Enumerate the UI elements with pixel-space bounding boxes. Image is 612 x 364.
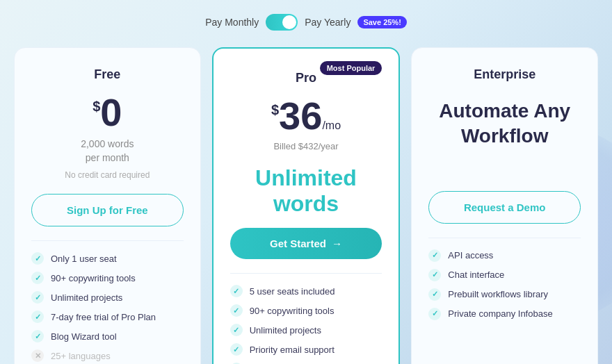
enterprise-headline: Automate Any Workflow	[428, 99, 581, 149]
list-item: ✓ Blog Wizard tool	[31, 330, 184, 342]
check-icon: ✓	[31, 311, 44, 323]
enterprise-headline-line1: Automate Any	[439, 100, 570, 122]
pro-price-amount: 36	[279, 94, 322, 138]
pro-unlimited-words: Unlimited words	[230, 165, 382, 217]
feature-label: Unlimited projects	[250, 325, 321, 336]
feature-label: Prebuilt workflows library	[448, 289, 548, 299]
feature-label: Chat interface	[448, 270, 504, 280]
list-item: ✓ API access	[428, 249, 581, 262]
pro-features-list: ✓ 5 user seats included ✓ 90+ copywritin…	[230, 285, 382, 364]
list-item: ✓ 90+ copywriting tools	[230, 304, 382, 317]
feature-label: Blog Wizard tool	[51, 331, 117, 342]
enterprise-plan-title: Enterprise	[428, 67, 581, 82]
check-icon: ✓	[31, 330, 44, 342]
pro-price-period: /mo	[322, 119, 341, 131]
free-no-credit: No credit card required	[31, 170, 184, 180]
enterprise-headline-line2: Workflow	[461, 125, 548, 147]
feature-label: Private company Infobase	[448, 308, 552, 319]
list-item: ✕ 25+ languages	[31, 349, 184, 362]
list-item: ✓ 7-day free trial of Pro Plan	[31, 311, 184, 323]
feature-label: Only 1 user seat	[51, 254, 117, 264]
list-item: ✓ Only 1 user seat	[31, 252, 184, 265]
enterprise-plan-card: Enterprise Automate Any Workflow Request…	[411, 47, 598, 364]
enterprise-divider	[428, 238, 581, 238]
list-item: ✓ Unlimited projects	[230, 324, 382, 336]
free-cta-button[interactable]: Sign Up for Free	[31, 194, 184, 226]
pro-divider	[230, 273, 382, 274]
most-popular-badge: Most Popular	[320, 61, 382, 75]
list-item: ✓ Private company Infobase	[428, 308, 581, 320]
check-icon: ✓	[31, 252, 44, 265]
enterprise-cta-button[interactable]: Request a Demo	[428, 191, 581, 224]
yearly-label: Pay Yearly	[305, 17, 351, 28]
free-plan-title: Free	[31, 67, 184, 82]
feature-label: 5 user seats included	[250, 286, 335, 297]
check-icon: ✓	[428, 308, 441, 320]
free-price-amount: 0	[100, 90, 122, 134]
free-price-container: $0	[31, 93, 184, 132]
free-plan-card: Free $0 2,000 words per month No credit …	[14, 47, 201, 364]
feature-label: API access	[448, 250, 493, 260]
feature-label: 90+ copywriting tools	[250, 306, 335, 316]
check-icon: ✓	[428, 269, 441, 281]
toggle-knob	[282, 15, 296, 29]
feature-label: 90+ copywriting tools	[51, 273, 136, 283]
pro-dollar-sign: $	[271, 102, 279, 118]
pro-cta-button[interactable]: Get Started →	[230, 228, 382, 259]
free-words-line2: per month	[31, 151, 184, 165]
check-icon: ✓	[428, 288, 441, 301]
list-item: ✓ Unlimited projects	[31, 291, 184, 304]
free-divider	[31, 240, 184, 241]
pro-cta-arrow: →	[332, 238, 342, 249]
pro-billed-note: Billed $432/year	[230, 141, 382, 151]
feature-label: Unlimited projects	[51, 292, 122, 303]
monthly-label: Pay Monthly	[205, 17, 259, 28]
check-icon: ✓	[428, 249, 441, 262]
feature-label: Priority email support	[250, 345, 335, 355]
check-icon: ✓	[230, 304, 243, 317]
free-features-list: ✓ Only 1 user seat ✓ 90+ copywriting too…	[31, 252, 184, 364]
check-icon: ✓	[230, 324, 243, 336]
enterprise-features-list: ✓ API access ✓ Chat interface ✓ Prebuilt…	[428, 249, 581, 320]
free-words-info: 2,000 words per month	[31, 138, 184, 165]
check-icon: ✓	[230, 343, 243, 356]
save-badge: Save 25%!	[357, 16, 406, 28]
pricing-cards: Free $0 2,000 words per month No credit …	[14, 47, 598, 364]
list-item: ✓ Chat interface	[428, 269, 581, 281]
feature-label: 7-day free trial of Pro Plan	[51, 312, 156, 322]
check-icon: ✓	[31, 291, 44, 304]
free-dollar-sign: $	[92, 99, 100, 115]
billing-toggle: Pay Monthly Pay Yearly Save 25%!	[205, 14, 407, 31]
check-icon: ✓	[31, 272, 44, 284]
list-item: ✓ 90+ copywriting tools	[31, 272, 184, 284]
list-item: ✓ Priority email support	[230, 343, 382, 356]
feature-label: 25+ languages	[51, 351, 111, 361]
list-item: ✓ Prebuilt workflows library	[428, 288, 581, 301]
check-icon: ✓	[230, 285, 243, 297]
pro-cta-label: Get Started	[270, 238, 326, 249]
list-item: ✓ 5 user seats included	[230, 285, 382, 297]
x-icon: ✕	[31, 349, 44, 362]
pro-plan-card: Most Popular Pro $36/mo Billed $432/year…	[212, 47, 401, 364]
pro-price-container: $36/mo	[230, 97, 382, 135]
free-words-line1: 2,000 words	[31, 138, 184, 151]
billing-switch[interactable]	[266, 14, 298, 31]
